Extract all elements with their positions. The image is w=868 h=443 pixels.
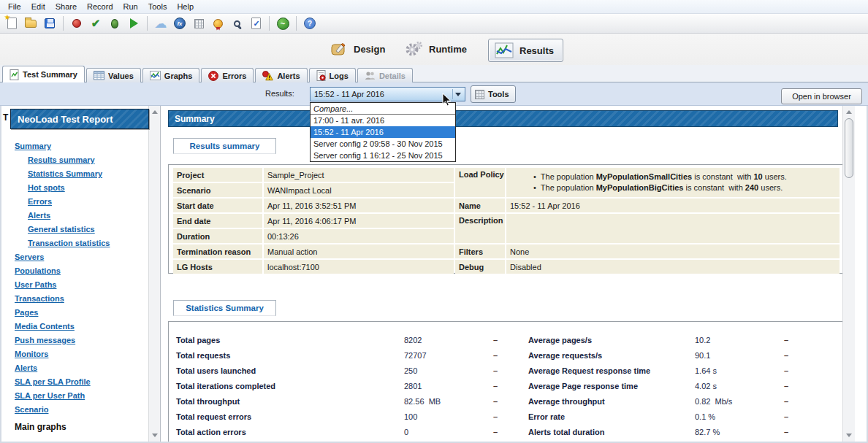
info-value [506,214,840,243]
certificate-icon[interactable] [210,15,226,31]
sidebar-link-transactions[interactable]: Transactions [1,292,148,306]
stat-label: Total throughput [176,393,404,409]
sidebar-link-pages[interactable]: Pages [1,306,148,320]
menu-share[interactable]: Share [50,1,82,12]
stat-value: 90.1 [695,347,784,363]
menu-tools[interactable]: Tools [143,1,172,12]
stat-label: Average Page response time [528,378,695,393]
results-summary-section-tab: Results summary [173,138,276,154]
scroll-up-icon[interactable] [844,107,854,118]
dropdown-item[interactable]: 17:00 - 11 avr. 2016 [311,115,455,126]
play-icon[interactable] [126,15,142,31]
tools-button[interactable]: Tools [471,85,516,103]
menu-bar: File Edit Share Record Run Tools Help [0,0,868,14]
stat-value: 0 [404,424,493,439]
stat-value: 250 [404,363,493,378]
new-file-icon[interactable] [4,15,20,31]
debug-bug-icon[interactable] [107,15,123,31]
sidebar-link-user-paths[interactable]: User Paths [1,278,148,292]
toolbar-separator [63,16,64,31]
statistics-summary-panel: Total pages 8202 – Total requests 72707 … [168,321,843,443]
sidebar-link-sla-per-sla-profile[interactable]: SLA per SLA Profile [1,375,148,389]
report-main-panel: Summary Results summary Project Sample_P… [161,106,855,442]
results-combo-label: Results: [265,89,294,98]
menu-record[interactable]: Record [82,1,118,12]
mouse-cursor [442,93,452,107]
record-icon[interactable] [69,15,85,31]
scrollbar-thumb[interactable] [845,118,853,178]
tab-test-summary[interactable]: Test Summary [2,66,85,82]
sidebar-link-statistics-summary[interactable]: Statistics Summary [1,167,148,181]
design-mode-button[interactable]: Design [330,40,385,58]
monitor-pulse-icon[interactable]: ~ [275,15,291,31]
sidebar-scrollbar[interactable] [148,106,160,442]
search-icon[interactable] [229,15,245,31]
sidebar-link-servers[interactable]: Servers [1,250,148,264]
sidebar-link-hot-spots[interactable]: Hot spots [1,181,148,195]
results-mode-button[interactable]: Results [488,39,563,62]
dropdown-item-selected[interactable]: 15:52 - 11 Apr 2016 [311,126,455,138]
dropdown-item-compare[interactable]: Compare... [311,103,455,115]
check-page-icon[interactable] [248,15,264,31]
sidebar-link-scenario[interactable]: Scenario [1,403,148,417]
sidebar-link-sla-per-user-path[interactable]: SLA per User Path [1,389,148,403]
runtime-mode-button[interactable]: Runtime [404,40,467,58]
dropdown-item[interactable]: Server config 1 16:12 - 25 Nov 2015 [311,150,455,161]
info-value: 15:52 - 11 Apr 2016 [506,199,840,212]
toolbar-separator [296,16,297,31]
sidebar-link-media-contents[interactable]: Media Contents [1,320,148,334]
chevron-down-icon[interactable] [452,89,463,99]
dropdown-item[interactable]: Server config 2 09:58 - 30 Nov 2015 [311,138,455,150]
run-info-table: Load Policy •The population MyPopulation… [455,168,840,274]
sidebar-link-monitors[interactable]: Monitors [1,347,148,361]
sidebar-link-transaction-statistics[interactable]: Transaction statistics [1,236,148,250]
main-scrollbar[interactable] [842,106,855,442]
tab-values[interactable]: Values [86,68,141,82]
info-label: Project [173,168,262,182]
sidebar-link-general-statistics[interactable]: General statistics [1,223,148,236]
help-icon[interactable]: ? [302,15,318,31]
info-label: Scenario [173,183,262,197]
sidebar-link-push-messages[interactable]: Push messages [1,334,148,347]
load-policy-bullet: •The population MyPopulationBigCities is… [510,182,783,193]
sidebar-link-alerts-2[interactable]: Alerts [1,361,148,375]
open-folder-icon[interactable] [23,15,39,31]
menu-file[interactable]: File [3,1,26,12]
sidebar-link-populations[interactable]: Populations [1,264,148,278]
stat-delta: – [493,393,509,409]
save-icon[interactable] [42,15,58,31]
tab-alerts[interactable]: Alerts [255,68,307,82]
stat-delta: – [493,332,509,347]
tab-logs[interactable]: Logs [309,68,356,82]
stat-label: Total users launched [176,363,404,378]
menu-run[interactable]: Run [118,1,143,12]
tab-errors[interactable]: Errors [201,68,254,82]
open-in-browser-label: Open in browser [792,92,851,101]
log-document-icon [316,70,326,81]
tab-graphs[interactable]: Graphs [142,68,200,82]
statistics-right-column: Average pages/s 10.2 – Average requests/… [528,332,835,439]
stat-value: 2801 [404,378,493,393]
sidebar-link-summary[interactable]: Summary [1,139,148,153]
scroll-down-icon[interactable] [844,430,854,441]
stat-value: 82.56 MB [404,393,493,409]
sidebar-link-alerts[interactable]: Alerts [1,209,148,223]
fx-function-icon[interactable]: fx [172,15,188,31]
scroll-up-icon[interactable] [150,107,160,118]
menu-help[interactable]: Help [172,1,199,12]
stat-value: 72707 [404,347,493,363]
data-tables-icon[interactable] [191,15,207,31]
cloud-icon[interactable]: ☁ [153,15,169,31]
scroll-down-icon[interactable] [150,430,160,441]
open-in-browser-button[interactable]: Open in browser [781,88,862,104]
menu-edit[interactable]: Edit [26,1,50,12]
stat-label: Alerts total duration [528,424,695,439]
sidebar-link-errors[interactable]: Errors [1,195,148,209]
tab-label: Alerts [277,72,300,80]
info-label: Description [455,214,505,243]
chart-document-icon [9,69,19,80]
info-value: WANImpact Local [264,183,454,197]
validate-check-icon[interactable]: ✔ [88,15,104,31]
sidebar-link-results-summary[interactable]: Results summary [1,153,148,167]
tab-details: Details [357,68,413,82]
